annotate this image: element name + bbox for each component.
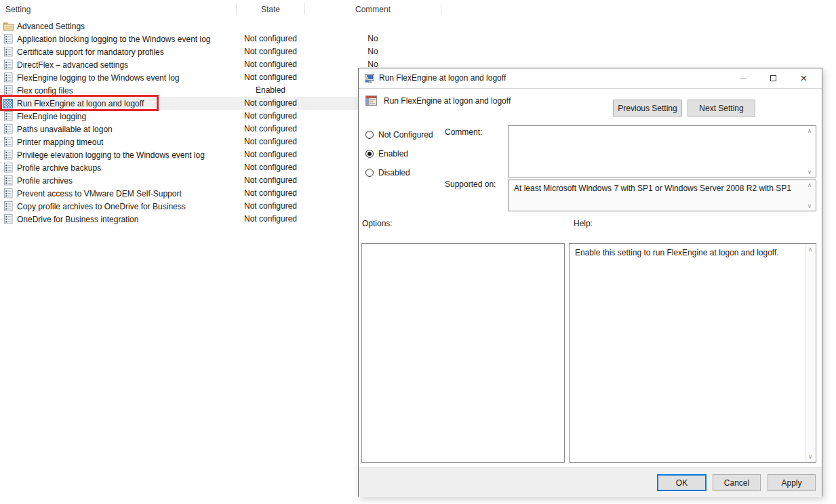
comment-input[interactable]	[508, 125, 816, 177]
list-item[interactable]: Application blocking logging to the Wind…	[0, 33, 447, 45]
column-header-setting[interactable]: Setting	[5, 0, 31, 19]
dialog-setting-name: Run FlexEngine at logon and logoff	[384, 96, 511, 107]
policy-setting-selected-icon	[3, 98, 14, 109]
help-text: Enable this setting to run FlexEngine at…	[570, 244, 816, 258]
scroll-up-icon[interactable]	[805, 127, 814, 134]
scroll-up-icon[interactable]	[806, 246, 814, 253]
policy-setting-icon	[3, 201, 14, 212]
state-cell: Not configured	[237, 161, 304, 174]
policy-setting-icon	[3, 47, 14, 58]
help-label: Help:	[574, 219, 593, 228]
policy-setting-icon	[3, 163, 14, 173]
help-scrollbar[interactable]	[805, 245, 815, 461]
column-header-state[interactable]: State	[237, 0, 304, 19]
state-cell: Not configured	[237, 148, 304, 161]
setting-label: FlexEngine logging to the Windows event …	[17, 73, 179, 83]
setting-label: Printer mapping timeout	[17, 138, 103, 147]
radio-enabled[interactable]: Enabled	[365, 147, 408, 161]
state-cell: Not configured	[237, 33, 304, 45]
radio-circle-icon	[365, 131, 374, 139]
radio-label: Not Configured	[378, 130, 433, 140]
state-cell: Not configured	[237, 200, 304, 213]
setting-label: Certificate support for mandatory profil…	[17, 47, 164, 57]
policy-setting-icon	[3, 72, 14, 83]
minimize-icon	[740, 78, 747, 79]
close-icon: ×	[801, 72, 808, 84]
dialog-button-bar: OK Cancel Apply	[359, 467, 822, 497]
state-cell: Not configured	[237, 123, 304, 135]
radio-label: Enabled	[378, 149, 408, 159]
scroll-down-icon[interactable]	[805, 169, 814, 175]
state-cell: Not configured	[237, 135, 304, 148]
radio-not-configured[interactable]: Not Configured	[365, 128, 433, 142]
setting-label: Profile archive backups	[17, 163, 101, 173]
apply-button[interactable]: Apply	[768, 474, 816, 491]
radio-circle-icon	[365, 150, 374, 158]
list-item[interactable]: Advanced Settings	[0, 20, 447, 33]
comment-label: Comment:	[445, 127, 482, 137]
dialog-titlebar: Run FlexEngine at logon and logoff ×	[359, 68, 822, 89]
column-separator[interactable]	[441, 3, 441, 15]
setting-label: Paths unavailable at logon	[17, 125, 113, 134]
state-cell	[237, 20, 304, 33]
supported-on-box: At least Microsoft Windows 7 with SP1 or…	[508, 180, 816, 211]
setting-label: Application blocking logging to the Wind…	[17, 35, 211, 44]
scroll-up-icon[interactable]	[805, 182, 814, 188]
list-column-header: Setting State Comment	[0, 0, 836, 19]
policy-setting-icon	[3, 124, 14, 135]
policy-setting-icon	[3, 175, 14, 186]
policy-setting-icon	[3, 85, 14, 96]
state-cell: Enabled	[237, 84, 304, 97]
setting-label: OneDrive for Business integration	[17, 215, 138, 224]
policy-setting-icon	[3, 137, 14, 148]
next-setting-button[interactable]: Next Setting	[688, 100, 755, 117]
setting-label: FlexEngine logging	[17, 112, 86, 121]
setting-label: Copy profile archives to OneDrive for Bu…	[17, 202, 186, 211]
setting-label: Run FlexEngine at logon and logoff	[17, 99, 144, 108]
policy-setting-icon	[3, 150, 14, 161]
cancel-button[interactable]: Cancel	[713, 474, 761, 491]
maximize-icon	[770, 75, 776, 81]
setting-label: Prevent access to VMware DEM Self-Suppor…	[17, 189, 182, 198]
state-cell: Not configured	[237, 58, 304, 71]
policy-setting-icon	[365, 96, 377, 108]
minimize-button	[728, 68, 758, 88]
previous-setting-button[interactable]: Previous Setting	[613, 100, 682, 117]
comment-cell	[305, 20, 441, 33]
setting-label: Advanced Settings	[17, 22, 85, 31]
state-cell: Not configured	[237, 110, 304, 123]
setting-label: DirectFlex – advanced settings	[17, 60, 128, 70]
policy-setting-icon	[3, 60, 14, 70]
maximize-button[interactable]	[758, 68, 789, 88]
help-panel: Enable this setting to run FlexEngine at…	[569, 243, 816, 463]
column-header-comment[interactable]: Comment	[305, 0, 441, 19]
state-cell: Not configured	[237, 71, 304, 84]
state-cell: Not configured	[237, 97, 304, 110]
options-label: Options:	[362, 219, 393, 228]
supported-on-label: Supported on:	[445, 180, 496, 189]
policy-setting-dialog: Run FlexEngine at logon and logoff × Run…	[358, 68, 822, 497]
setting-label: Flex config files	[17, 86, 73, 96]
setting-label: Privilege elevation logging to the Windo…	[17, 150, 205, 160]
state-cell: Not configured	[237, 213, 304, 226]
policy-setting-icon	[3, 188, 14, 199]
close-button[interactable]: ×	[789, 68, 819, 88]
radio-circle-icon	[365, 169, 374, 177]
radio-label: Disabled	[378, 168, 410, 177]
comment-cell: No	[305, 45, 441, 58]
policy-setting-icon	[3, 111, 14, 122]
state-cell: Not configured	[237, 187, 304, 200]
list-item[interactable]: Certificate support for mandatory profil…	[0, 45, 447, 58]
setting-label: Profile archives	[17, 176, 73, 186]
options-panel	[361, 243, 565, 463]
state-cell: Not configured	[237, 45, 304, 58]
ok-button[interactable]: OK	[657, 474, 706, 491]
supported-on-value: At least Microsoft Windows 7 with SP1 or…	[509, 180, 816, 194]
group-policy-icon	[364, 73, 375, 84]
comment-cell: No	[305, 33, 441, 45]
folder-icon	[3, 21, 14, 32]
state-cell: Not configured	[237, 174, 304, 187]
scroll-down-icon[interactable]	[805, 203, 814, 209]
scroll-down-icon[interactable]	[806, 453, 814, 460]
radio-disabled[interactable]: Disabled	[365, 166, 410, 180]
